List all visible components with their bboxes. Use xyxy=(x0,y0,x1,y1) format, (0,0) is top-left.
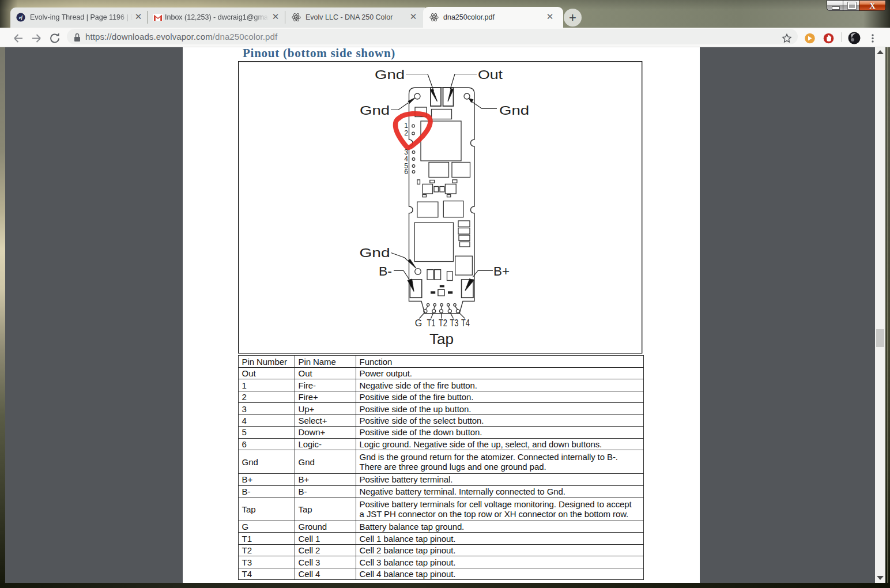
svg-text:B+: B+ xyxy=(493,264,510,278)
svg-text:Gnd: Gnd xyxy=(375,67,405,82)
svg-text:T4: T4 xyxy=(461,318,470,328)
svg-text:Tap: Tap xyxy=(429,330,454,348)
svg-text:B-: B- xyxy=(379,264,392,278)
svg-text:1: 1 xyxy=(404,122,408,130)
svg-text:6: 6 xyxy=(404,168,408,176)
svg-text:T1: T1 xyxy=(427,318,436,328)
svg-text:Gnd: Gnd xyxy=(360,103,390,118)
svg-text:2: 2 xyxy=(404,129,408,137)
svg-text:T2: T2 xyxy=(439,318,447,328)
svg-text:Out: Out xyxy=(478,67,503,82)
svg-text:G: G xyxy=(415,318,422,328)
svg-text:Gnd: Gnd xyxy=(499,103,529,118)
svg-text:Gnd: Gnd xyxy=(360,246,390,260)
svg-text:T3: T3 xyxy=(450,318,459,328)
